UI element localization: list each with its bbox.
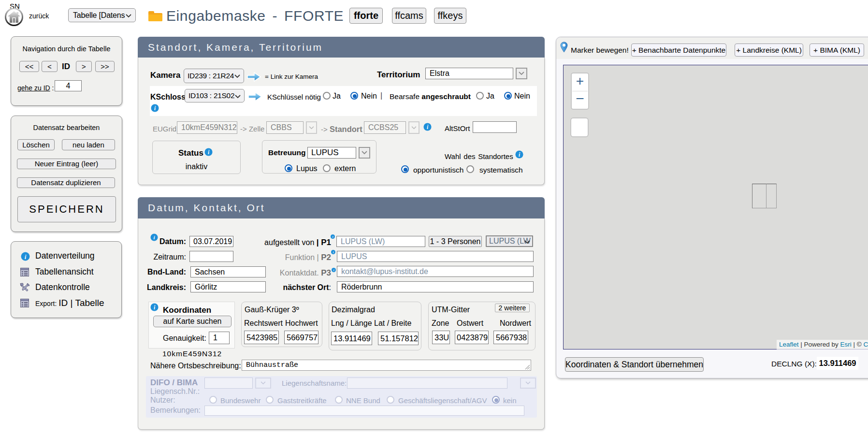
svg-text:i: i (333, 251, 334, 254)
svg-text:i: i (333, 269, 334, 272)
svg-text:i: i (25, 253, 27, 261)
svg-text:i: i (333, 235, 333, 238)
